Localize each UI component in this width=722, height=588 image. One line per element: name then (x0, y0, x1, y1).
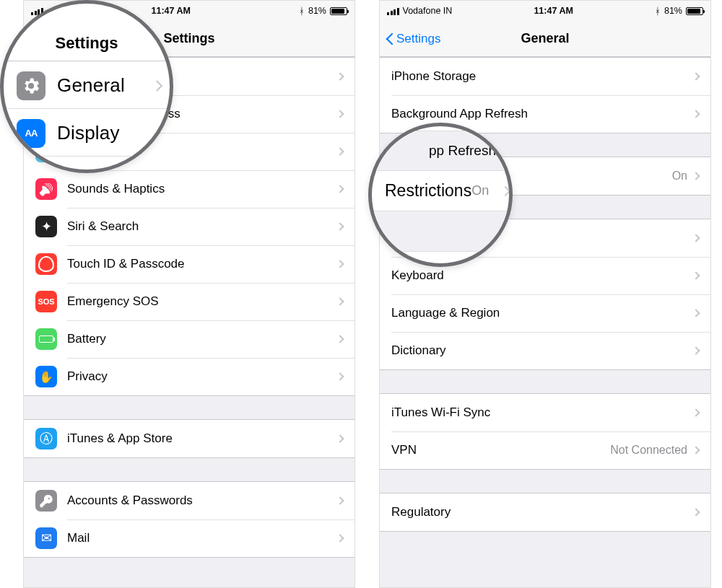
row-sounds[interactable]: Sounds & Haptics (24, 170, 355, 208)
row-mail[interactable]: Mail (24, 519, 355, 557)
row-itunes[interactable]: iTunes & App Store (24, 420, 355, 457)
chevron-right-icon (692, 172, 700, 180)
row-label: Privacy (67, 369, 337, 384)
row-value: Not Connected (610, 444, 687, 457)
hand-icon (35, 366, 57, 387)
mag-label: Restrictions (385, 181, 471, 201)
gear-icon (17, 71, 45, 100)
status-time: 11:47 AM (534, 6, 573, 16)
mag-label: Display (57, 122, 120, 144)
row-label: Background App Refresh (391, 107, 693, 121)
row-touchid[interactable]: Touch ID & Passcode (24, 245, 355, 283)
mail-icon (35, 527, 57, 549)
row-accounts[interactable]: Accounts & Passwords (24, 482, 355, 519)
row-wifisync[interactable]: iTunes Wi-Fi Sync (380, 394, 710, 431)
store-icon (35, 428, 57, 449)
display-icon: AA (17, 119, 45, 148)
page-title: Settings (163, 31, 214, 46)
magnifier-restrictions: pp Refresh Restrictions On (368, 123, 513, 267)
chevron-right-icon (336, 222, 344, 230)
mag-row-display[interactable]: AA Display (4, 110, 170, 157)
row-label: Language & Region (391, 306, 693, 320)
row-privacy[interactable]: Privacy (24, 358, 355, 395)
batt-icon (35, 328, 57, 350)
row-label: Mail (67, 531, 337, 545)
chevron-right-icon (692, 271, 700, 279)
mag-title: Settings (56, 34, 118, 53)
chevron-right-icon (336, 185, 344, 193)
chevron-right-icon (336, 147, 344, 155)
row-label: VPN (391, 443, 610, 457)
row-siri[interactable]: Siri & Search (24, 208, 355, 245)
page-title: General (521, 31, 569, 46)
chevron-right-icon (336, 260, 344, 268)
row-label: Emergency SOS (67, 294, 337, 309)
row-value: On (672, 170, 687, 183)
status-time: 11:47 AM (152, 6, 191, 16)
row-label: Siri & Search (67, 219, 337, 234)
phone-general: Vodafone IN 11:47 AM ᚼ 81% Settings Gene… (379, 0, 711, 588)
row-label: Sounds & Haptics (67, 182, 337, 196)
row-sos[interactable]: SOSEmergency SOS (24, 283, 355, 320)
bluetooth-icon: ᚼ (655, 6, 661, 16)
chevron-right-icon (336, 297, 344, 305)
row-label: iPhone Storage (391, 69, 693, 84)
finger-icon (35, 253, 57, 275)
chevron-right-icon (692, 446, 700, 454)
carrier-name: Vodafone IN (403, 6, 453, 16)
chevron-right-icon (692, 110, 700, 118)
chevron-right-icon (692, 408, 700, 416)
key-icon (35, 490, 57, 512)
status-bar: Vodafone IN 11:47 AM ᚼ 81% (380, 1, 710, 21)
row-label: Battery (67, 332, 337, 346)
chevron-right-icon (336, 335, 344, 343)
row-label: Keyboard (391, 268, 693, 283)
row-langregion[interactable]: Language & Region (380, 294, 710, 332)
chevron-right-icon (336, 496, 344, 504)
row-label: Touch ID & Passcode (67, 257, 337, 271)
row-dictionary[interactable]: Dictionary (380, 332, 710, 369)
row-battery[interactable]: Battery (24, 320, 355, 358)
chevron-right-icon (692, 346, 700, 354)
mag-row-restrictions[interactable]: Restrictions On (372, 171, 509, 211)
chevron-right-icon (692, 309, 700, 317)
row-label: iTunes & App Store (67, 431, 337, 446)
mag-row-general[interactable]: General (4, 63, 170, 109)
back-button[interactable]: Settings (386, 21, 440, 56)
row-storage[interactable]: iPhone Storage (380, 58, 710, 95)
chevron-right-icon (500, 185, 510, 196)
chevron-right-icon (692, 234, 700, 242)
chevron-right-icon (152, 80, 163, 92)
chevron-right-icon (336, 434, 344, 442)
spark-icon (35, 216, 57, 237)
chevron-right-icon (336, 372, 344, 380)
chevron-right-icon (692, 508, 700, 516)
chevron-left-icon (386, 32, 394, 46)
chevron-right-icon (336, 72, 344, 80)
row-label: iTunes Wi-Fi Sync (391, 405, 693, 420)
battery-icon (330, 7, 347, 15)
mag-gap (372, 211, 509, 252)
navbar-general: Settings General (380, 21, 710, 57)
battery-percent: 81% (664, 6, 682, 16)
row-regulatory[interactable]: Regulatory (380, 493, 710, 531)
mag-label: General (57, 74, 125, 97)
back-label: Settings (396, 32, 440, 46)
mag-value: On (471, 183, 489, 198)
chevron-right-icon (336, 534, 344, 542)
sos-icon: SOS (35, 291, 57, 312)
bluetooth-icon: ᚼ (299, 6, 305, 16)
battery-percent: 81% (308, 6, 326, 16)
row-label: Dictionary (391, 343, 693, 358)
signal-icon (387, 7, 399, 15)
row-label: Regulatory (391, 505, 693, 519)
magnifier-general: Settings General AA Display (0, 0, 173, 173)
battery-icon (686, 7, 703, 15)
row-vpn[interactable]: VPNNot Connected (380, 431, 710, 469)
chevron-right-icon (692, 72, 700, 80)
row-label: Accounts & Passwords (67, 493, 337, 508)
chevron-right-icon (336, 110, 344, 118)
vol-icon (35, 178, 57, 200)
